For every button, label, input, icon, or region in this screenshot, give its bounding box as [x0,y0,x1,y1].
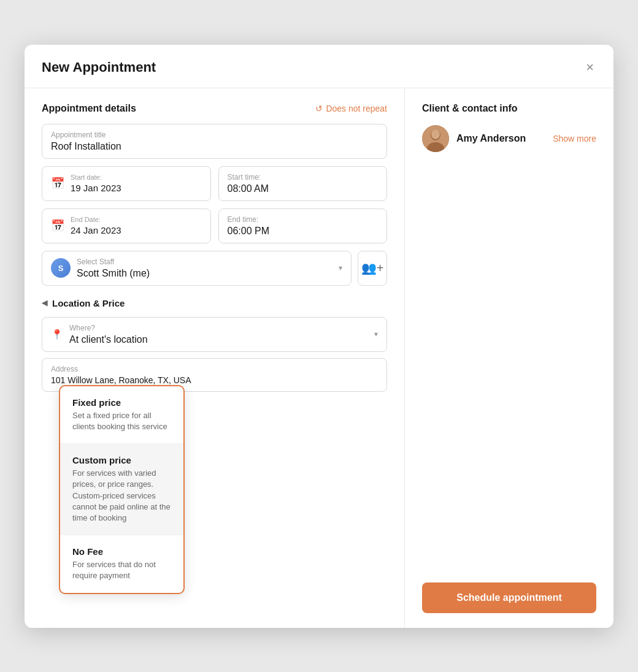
where-content: Where? At client's location [69,324,368,345]
appointment-title-group: Appointment title Roof Installation [42,124,387,159]
appointment-title-input[interactable]: Appointment title Roof Installation [42,124,387,159]
start-time-label: Start time: [228,173,379,181]
location-price-subsection: ◀ Location & Price 📍 Where? At client's … [42,298,387,392]
add-staff-button[interactable]: 👥+ [358,251,387,286]
start-date-value: 19 Jan 2023 [71,183,121,193]
end-datetime-row: 📅 End Date: 24 Jan 2023 End time: 06:00 … [42,208,387,243]
appointment-title-label: Appointment title [51,131,378,139]
client-name: Amy Anderson [456,133,545,144]
appointment-details-title: Appointment details [42,103,136,114]
no-fee-option[interactable]: No Fee For services that do not require … [60,535,183,592]
staff-info: Select Staff Scott Smith (me) [77,258,150,279]
start-date-picker[interactable]: 📅 Start date: 19 Jan 2023 [42,166,211,201]
client-info-title: Client & contact info [422,103,596,114]
where-dropdown-chevron: ▾ [374,330,378,338]
custom-price-option[interactable]: Custom price For services with varied pr… [60,444,183,535]
repeat-icon: ↺ [315,104,323,113]
close-button[interactable]: × [583,58,596,77]
end-date-picker[interactable]: 📅 End Date: 24 Jan 2023 [42,208,211,243]
modal-title: New Appointment [42,59,156,75]
location-price-toggle[interactable]: ◀ Location & Price [42,298,387,308]
end-time-value: 06:00 PM [228,226,379,237]
svg-point-3 [431,129,440,139]
staff-row: S Select Staff Scott Smith (me) ▾ 👥+ [42,251,387,286]
location-pin-icon: 📍 [51,329,63,340]
staff-select-dropdown[interactable]: S Select Staff Scott Smith (me) ▾ [42,251,352,286]
staff-avatar: S [51,258,71,278]
new-appointment-modal: New Appointment × Appointment details ↺ … [25,45,613,628]
schedule-button-area: Schedule appointment [422,570,596,613]
staff-dropdown-chevron: ▾ [339,264,342,272]
appointment-title-value: Roof Installation [51,141,121,151]
fixed-price-title: Fixed price [72,397,171,408]
fixed-price-option[interactable]: Fixed price Set a fixed price for all cl… [60,386,183,444]
start-date-content: Start date: 19 Jan 2023 [71,174,121,193]
custom-price-title: Custom price [72,455,171,465]
client-avatar-image [422,125,449,152]
client-avatar-svg [422,125,449,152]
address-label: Address [51,365,378,373]
staff-select-left: S Select Staff Scott Smith (me) [51,258,150,279]
where-select[interactable]: 📍 Where? At client's location ▾ [42,317,387,352]
fixed-price-desc: Set a fixed price for all clients bookin… [72,410,171,432]
collapse-icon: ◀ [42,299,47,307]
client-row: Amy Anderson Show more [422,125,596,152]
where-label: Where? [69,324,368,332]
no-fee-title: No Fee [72,546,171,557]
show-more-button[interactable]: Show more [553,134,596,143]
start-time-picker[interactable]: Start time: 08:00 AM [218,166,388,201]
add-staff-icon: 👥+ [361,261,384,275]
modal-overlay: New Appointment × Appointment details ↺ … [0,0,638,672]
does-not-repeat-label: Does not repeat [326,104,387,113]
where-value: At client's location [69,334,368,345]
right-panel: Client & contact info [405,88,613,628]
modal-header: New Appointment × [25,45,613,88]
client-avatar [422,125,449,152]
end-time-picker[interactable]: End time: 06:00 PM [218,208,388,243]
end-date-content: End Date: 24 Jan 2023 [71,216,121,235]
does-not-repeat-link[interactable]: ↺ Does not repeat [315,104,387,113]
start-datetime-row: 📅 Start date: 19 Jan 2023 Start time: 08… [42,166,387,201]
address-value: 101 Willow Lane, Roanoke, TX, USA [51,375,378,385]
staff-label: Select Staff [77,258,150,266]
calendar-end-icon: 📅 [51,219,64,232]
schedule-appointment-button[interactable]: Schedule appointment [422,582,596,613]
end-date-value: 24 Jan 2023 [71,225,121,235]
end-time-label: End time: [228,215,379,224]
no-fee-desc: For services that do not require payment [72,559,171,581]
modal-body: Appointment details ↺ Does not repeat Ap… [25,88,613,628]
price-dropdown: Fixed price Set a fixed price for all cl… [59,385,185,594]
start-time-value: 08:00 AM [228,183,379,194]
location-price-label: Location & Price [52,298,125,308]
calendar-icon: 📅 [51,177,64,190]
start-date-label: Start date: [71,174,121,181]
left-panel: Appointment details ↺ Does not repeat Ap… [25,88,405,628]
staff-value: Scott Smith (me) [77,268,150,279]
custom-price-desc: For services with varied prices, or pric… [72,468,171,524]
appointment-details-header: Appointment details ↺ Does not repeat [42,103,387,114]
end-date-label: End Date: [71,216,121,223]
